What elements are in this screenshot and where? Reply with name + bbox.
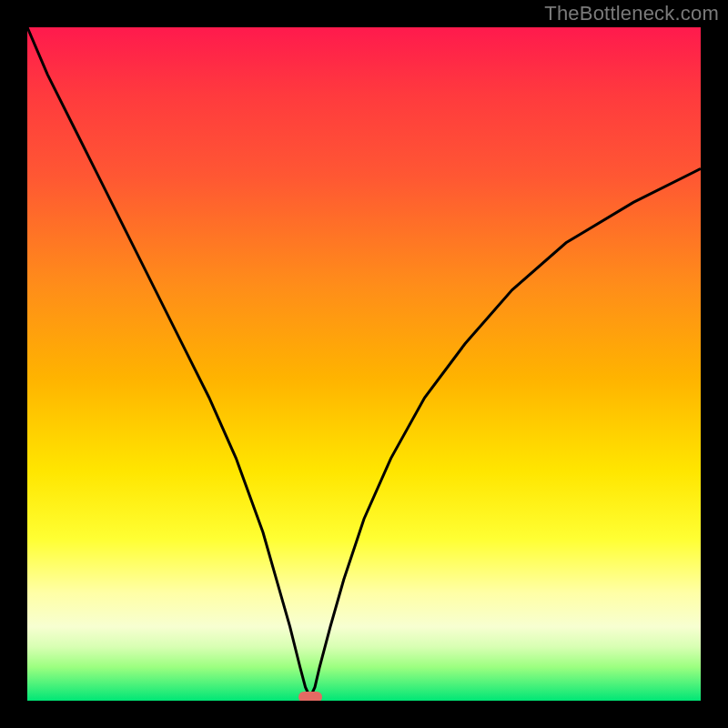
current-point-marker <box>298 692 322 701</box>
chart-frame: TheBottleneck.com <box>0 0 728 728</box>
bottleneck-curve <box>27 27 701 697</box>
plot-area <box>27 27 701 701</box>
watermark-text: TheBottleneck.com <box>544 2 719 25</box>
curve-layer <box>27 27 701 701</box>
